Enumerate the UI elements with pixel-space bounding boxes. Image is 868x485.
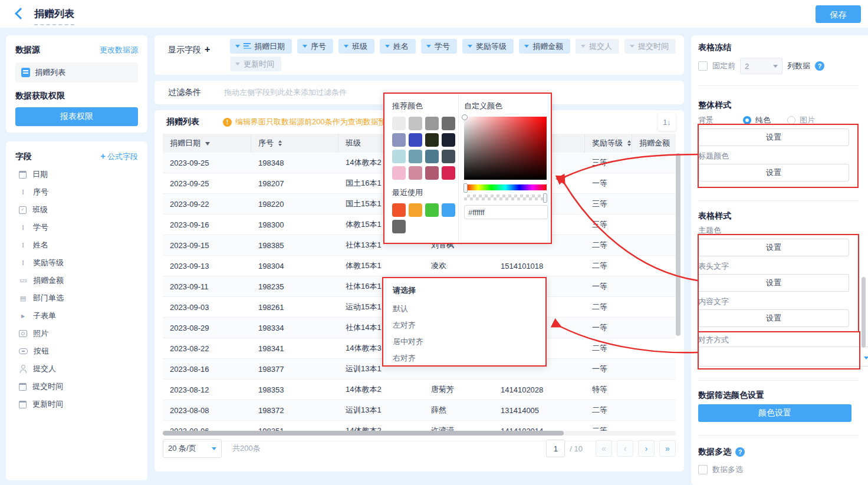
color-swatch[interactable]	[425, 166, 439, 180]
page-input[interactable]	[546, 440, 565, 457]
solid-color-radio[interactable]	[743, 116, 751, 124]
color-swatch[interactable]	[392, 220, 406, 233]
field-chip[interactable]: 捐赠日期	[230, 39, 292, 54]
field-item[interactable]: 更新时间	[6, 395, 147, 413]
image-label[interactable]: 图片	[800, 115, 815, 126]
color-swatch[interactable]	[392, 150, 406, 163]
freeze-checkbox[interactable]	[698, 61, 708, 71]
color-swatch[interactable]	[442, 150, 455, 163]
field-item[interactable]: 捐赠金额	[6, 272, 147, 289]
header-text-set-button[interactable]: 设置	[698, 274, 849, 292]
column-header[interactable]: 奖励等级	[585, 134, 632, 153]
freeze-suffix: 列数据	[787, 61, 810, 71]
color-swatch[interactable]	[392, 166, 406, 180]
color-swatch[interactable]	[425, 150, 439, 163]
back-icon[interactable]	[15, 8, 27, 19]
change-datasource-link[interactable]: 更改数据源	[100, 45, 138, 55]
cell-date: 2023-09-11	[163, 276, 251, 296]
column-sort-icon[interactable]	[627, 138, 631, 148]
content-text-set-button[interactable]: 设置	[698, 309, 849, 327]
align-option[interactable]: 默认	[383, 301, 545, 317]
color-swatch[interactable]	[409, 117, 422, 130]
column-header[interactable]: 捐赠金额	[632, 134, 676, 153]
column-sort-icon[interactable]	[205, 142, 210, 148]
field-chip[interactable]: 提交人	[576, 39, 619, 54]
help-icon[interactable]: ?	[815, 61, 824, 71]
help-icon[interactable]: ?	[735, 447, 745, 457]
align-option[interactable]: 居中对齐	[383, 334, 545, 350]
sort-order-icon[interactable]: 1↓	[658, 113, 676, 131]
field-chip[interactable]: 姓名	[380, 39, 416, 54]
field-item[interactable]: 提交时间	[6, 378, 147, 395]
color-swatch[interactable]	[392, 117, 406, 130]
field-item[interactable]: 照片	[6, 325, 147, 342]
page-nav-button[interactable]: ‹	[617, 440, 633, 457]
page-nav-button[interactable]: ›	[638, 440, 655, 457]
color-swatch[interactable]	[442, 203, 455, 217]
field-item[interactable]: 部门单选	[6, 289, 147, 307]
alpha-slider-handle[interactable]	[543, 193, 547, 203]
field-item[interactable]: 奖励等级	[6, 254, 147, 272]
field-chip[interactable]: 更新时间	[230, 57, 281, 71]
field-item[interactable]: 按钮	[6, 342, 147, 360]
datasource-item[interactable]: 捐赠列表	[15, 62, 138, 83]
align-select[interactable]	[698, 347, 868, 367]
add-display-field-icon[interactable]: +	[205, 44, 210, 54]
field-item[interactable]: 班级	[6, 201, 147, 219]
field-item[interactable]: 子表单	[6, 307, 147, 325]
align-option[interactable]: 右对齐	[383, 350, 545, 367]
solid-color-label[interactable]: 纯色	[755, 115, 771, 126]
color-swatch[interactable]	[409, 133, 422, 147]
hex-color-input[interactable]	[464, 205, 548, 219]
filter-dropzone[interactable]: 拖动左侧字段到此处来添加过滤条件	[224, 87, 347, 98]
color-swatch[interactable]	[409, 203, 422, 217]
page-nav-button[interactable]: «	[596, 440, 612, 457]
color-swatch[interactable]	[442, 133, 455, 147]
horizontal-scrollbar[interactable]	[163, 431, 564, 435]
multi-select-checkbox[interactable]	[698, 465, 708, 474]
color-swatch[interactable]	[392, 133, 406, 147]
page-size-select[interactable]: 20 条/页	[163, 439, 222, 458]
column-header[interactable]: 序号	[251, 134, 338, 153]
color-swatch[interactable]	[392, 203, 406, 217]
field-item[interactable]: 日期	[6, 166, 147, 183]
field-chip-label: 提交时间	[638, 41, 669, 52]
save-button[interactable]: 保存	[816, 5, 861, 23]
field-chip[interactable]: 奖励等级	[462, 39, 514, 54]
alpha-slider-bar[interactable]	[464, 194, 547, 200]
field-item[interactable]: 提交人	[6, 360, 147, 378]
color-swatch[interactable]	[425, 117, 439, 130]
gradient-cursor-icon[interactable]	[462, 114, 468, 120]
color-swatch[interactable]	[425, 133, 439, 147]
report-permission-button[interactable]: 报表权限	[15, 107, 138, 126]
hue-slider-handle[interactable]	[463, 183, 468, 193]
field-chip[interactable]: 捐赠金额	[519, 39, 570, 54]
saturation-gradient[interactable]	[464, 117, 547, 180]
color-swatch[interactable]	[409, 166, 422, 180]
field-item[interactable]: 学号	[6, 219, 147, 236]
page-nav-button[interactable]: »	[659, 440, 676, 457]
panel-scrollbar[interactable]	[862, 277, 866, 348]
theme-color-set-button[interactable]: 设置	[698, 239, 849, 256]
background-set-button[interactable]: 设置	[698, 128, 849, 146]
field-chip[interactable]: 提交时间	[624, 39, 676, 54]
align-option[interactable]: 左对齐	[383, 317, 545, 334]
add-formula-field-link[interactable]: +公式字段	[100, 151, 138, 162]
color-swatch[interactable]	[409, 150, 422, 163]
column-sort-icon[interactable]	[278, 138, 282, 148]
vertical-scrollbar[interactable]	[676, 153, 680, 336]
column-header[interactable]: 捐赠日期	[163, 134, 251, 153]
image-radio[interactable]	[787, 116, 795, 124]
field-chip[interactable]: 序号	[297, 39, 333, 54]
field-chip[interactable]: 班级	[338, 39, 374, 54]
field-item[interactable]: 姓名	[6, 236, 147, 254]
hue-slider-bar[interactable]	[464, 184, 547, 190]
field-chip[interactable]: 学号	[421, 39, 457, 54]
color-settings-button[interactable]: 颜色设置	[698, 404, 851, 422]
color-swatch[interactable]	[442, 117, 455, 130]
color-swatch[interactable]	[442, 166, 455, 180]
color-swatch[interactable]	[425, 203, 439, 217]
freeze-count-select[interactable]: 2	[740, 58, 782, 74]
field-item[interactable]: 序号	[6, 183, 147, 201]
title-color-set-button[interactable]: 设置	[698, 164, 849, 182]
